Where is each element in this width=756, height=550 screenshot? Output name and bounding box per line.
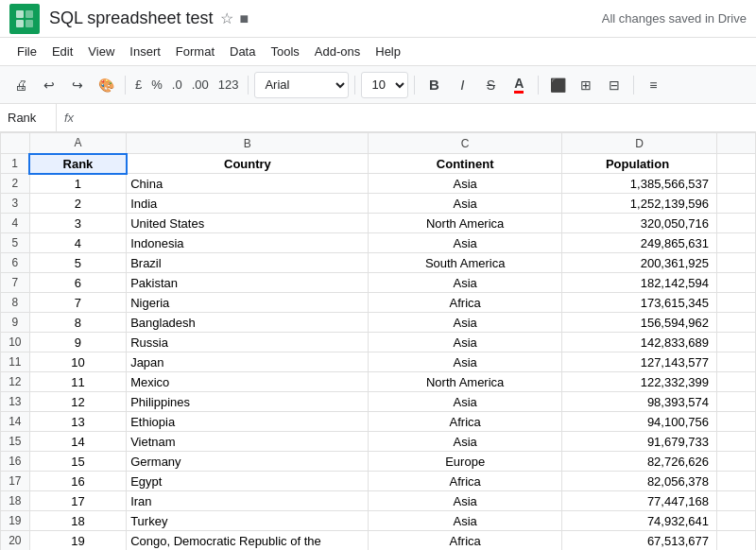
cell-d9[interactable]: 156,594,962 xyxy=(562,313,717,333)
cell-c1[interactable]: Continent xyxy=(369,154,562,174)
cell-c13[interactable]: Asia xyxy=(369,392,562,412)
cell-b1[interactable]: Country xyxy=(127,154,369,174)
menu-addons[interactable]: Add-ons xyxy=(307,38,368,66)
cell-c14[interactable]: Africa xyxy=(369,412,562,432)
cell-d12[interactable]: 122,332,399 xyxy=(562,372,717,392)
col-header-c[interactable]: C xyxy=(369,133,562,154)
cell-d15[interactable]: 91,679,733 xyxy=(562,432,717,452)
cell-b17[interactable]: Egypt xyxy=(127,472,369,491)
menu-insert[interactable]: Insert xyxy=(122,38,168,66)
cell-a7[interactable]: 6 xyxy=(29,273,126,293)
cell-b11[interactable]: Japan xyxy=(127,352,369,372)
cell-b5[interactable]: Indonesia xyxy=(127,233,369,253)
redo-button[interactable]: ↪ xyxy=(64,72,91,98)
cell-b6[interactable]: Brazil xyxy=(127,253,369,273)
cell-d3[interactable]: 1,252,139,596 xyxy=(562,194,717,214)
cell-d10[interactable]: 142,833,689 xyxy=(562,333,717,352)
cell-a17[interactable]: 16 xyxy=(29,472,126,491)
cell-c10[interactable]: Asia xyxy=(369,333,562,352)
cell-a3[interactable]: 2 xyxy=(29,194,126,214)
cell-d7[interactable]: 182,142,594 xyxy=(562,273,717,293)
cell-a4[interactable]: 3 xyxy=(29,214,126,233)
align-button[interactable]: ≡ xyxy=(640,72,666,98)
cell-a18[interactable]: 17 xyxy=(29,491,126,511)
cell-c19[interactable]: Asia xyxy=(369,511,562,531)
paint-format-button[interactable]: 🎨 xyxy=(93,72,119,98)
menu-data[interactable]: Data xyxy=(222,38,263,66)
cell-c4[interactable]: North America xyxy=(369,214,562,233)
cell-a20[interactable]: 19 xyxy=(29,531,126,551)
cell-d14[interactable]: 94,100,756 xyxy=(562,412,717,432)
col-header-d[interactable]: D xyxy=(562,133,717,154)
cell-d20[interactable]: 67,513,677 xyxy=(562,531,717,551)
cell-d8[interactable]: 173,615,345 xyxy=(562,293,717,313)
print-button[interactable]: 🖨 xyxy=(8,72,34,98)
text-color-button[interactable]: A xyxy=(506,72,532,98)
cell-c16[interactable]: Europe xyxy=(369,452,562,472)
cell-c7[interactable]: Asia xyxy=(369,273,562,293)
cell-b7[interactable]: Pakistan xyxy=(127,273,369,293)
cell-b12[interactable]: Mexico xyxy=(127,372,369,392)
menu-view[interactable]: View xyxy=(80,38,122,66)
cell-b8[interactable]: Nigeria xyxy=(127,293,369,313)
font-size-selector[interactable]: 10 xyxy=(361,72,408,98)
cell-d1[interactable]: Population xyxy=(562,154,717,174)
cell-d13[interactable]: 98,393,574 xyxy=(562,392,717,412)
cell-a9[interactable]: 8 xyxy=(29,313,126,333)
menu-file[interactable]: File xyxy=(9,38,44,66)
cell-d17[interactable]: 82,056,378 xyxy=(562,472,717,491)
cell-c6[interactable]: South America xyxy=(369,253,562,273)
cell-d5[interactable]: 249,865,631 xyxy=(562,233,717,253)
borders-button[interactable]: ⊞ xyxy=(573,72,599,98)
cell-d2[interactable]: 1,385,566,537 xyxy=(562,174,717,194)
percent-format-button[interactable]: % xyxy=(147,72,166,98)
cell-c5[interactable]: Asia xyxy=(369,233,562,253)
cell-d6[interactable]: 200,361,925 xyxy=(562,253,717,273)
cell-a15[interactable]: 14 xyxy=(29,432,126,452)
cell-b10[interactable]: Russia xyxy=(127,333,369,352)
cell-c20[interactable]: Africa xyxy=(369,531,562,551)
col-header-e[interactable] xyxy=(716,133,755,154)
strikethrough-button[interactable]: S xyxy=(477,72,504,98)
cell-d4[interactable]: 320,050,716 xyxy=(562,214,717,233)
cell-b2[interactable]: China xyxy=(127,174,369,194)
cell-c11[interactable]: Asia xyxy=(369,352,562,372)
cell-a8[interactable]: 7 xyxy=(29,293,126,313)
col-header-a[interactable]: A xyxy=(29,133,126,154)
cell-b15[interactable]: Vietnam xyxy=(127,432,369,452)
fill-color-button[interactable]: ⬛ xyxy=(544,72,571,98)
currency-format-button[interactable]: £ xyxy=(131,72,146,98)
cell-a1[interactable]: Rank xyxy=(29,154,126,174)
col-header-b[interactable]: B xyxy=(127,133,369,154)
merge-button[interactable]: ⊟ xyxy=(601,72,627,98)
menu-format[interactable]: Format xyxy=(168,38,222,66)
cell-c8[interactable]: Africa xyxy=(369,293,562,313)
cell-c12[interactable]: North America xyxy=(369,372,562,392)
cell-c2[interactable]: Asia xyxy=(369,174,562,194)
cell-d16[interactable]: 82,726,626 xyxy=(562,452,717,472)
cell-a2[interactable]: 1 xyxy=(29,174,126,194)
cell-b19[interactable]: Turkey xyxy=(127,511,369,531)
cell-c17[interactable]: Africa xyxy=(369,472,562,491)
menu-tools[interactable]: Tools xyxy=(263,38,306,66)
cell-b14[interactable]: Ethiopia xyxy=(127,412,369,432)
cell-b18[interactable]: Iran xyxy=(127,491,369,511)
star-icon[interactable]: ☆ xyxy=(220,9,233,27)
cell-a6[interactable]: 5 xyxy=(29,253,126,273)
cell-c9[interactable]: Asia xyxy=(369,313,562,333)
cell-a16[interactable]: 15 xyxy=(29,452,126,472)
cell-a13[interactable]: 12 xyxy=(29,392,126,412)
cell-a11[interactable]: 10 xyxy=(29,352,126,372)
cell-c3[interactable]: Asia xyxy=(369,194,562,214)
decrease-decimals-button[interactable]: .0 xyxy=(168,72,186,98)
cell-a12[interactable]: 11 xyxy=(29,372,126,392)
menu-edit[interactable]: Edit xyxy=(44,38,80,66)
menu-help[interactable]: Help xyxy=(368,38,408,66)
italic-button[interactable]: I xyxy=(449,72,475,98)
cell-reference[interactable]: Rank xyxy=(0,104,57,132)
cell-b13[interactable]: Philippines xyxy=(127,392,369,412)
cell-b4[interactable]: United States xyxy=(127,214,369,233)
cell-c15[interactable]: Asia xyxy=(369,432,562,452)
cell-b3[interactable]: India xyxy=(127,194,369,214)
cell-d11[interactable]: 127,143,577 xyxy=(562,352,717,372)
